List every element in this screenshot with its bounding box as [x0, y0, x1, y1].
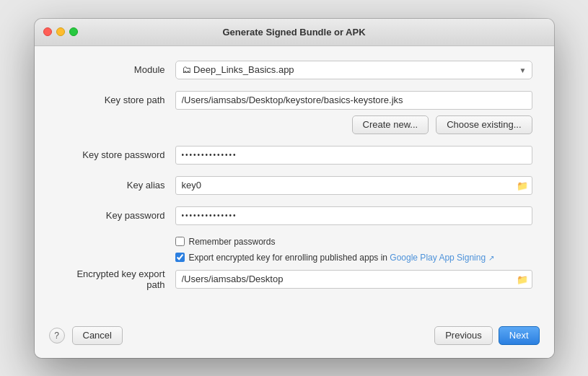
window-title: Generate Signed Bundle or APK: [222, 27, 365, 38]
encrypted-export-path-input-wrapper: 📁: [175, 270, 532, 289]
footer-right: Previous Next: [434, 326, 539, 345]
close-button[interactable]: [43, 27, 52, 36]
key-alias-row: Key alias 📁: [56, 176, 532, 195]
keystore-path-input[interactable]: [175, 91, 532, 110]
keystore-password-label: Key store password: [56, 149, 175, 160]
module-select-wrapper: 🗂 Deep_Links_Basics.app ▼: [175, 61, 532, 79]
titlebar: Generate Signed Bundle or APK: [35, 19, 554, 46]
module-select[interactable]: 🗂 Deep_Links_Basics.app: [175, 61, 532, 79]
module-label: Module: [56, 64, 175, 75]
remember-passwords-checkbox[interactable]: [175, 237, 185, 246]
help-button[interactable]: ?: [49, 328, 65, 344]
module-row: Module 🗂 Deep_Links_Basics.app ▼: [56, 61, 532, 79]
keystore-section: Key store path Create new... Choose exis…: [56, 91, 532, 134]
encrypted-export-path-label: Encrypted key export path: [56, 268, 175, 290]
encrypted-export-path-row: Encrypted key export path 📁: [56, 268, 532, 290]
key-alias-label: Key alias: [56, 180, 175, 191]
key-password-row: Key password: [56, 206, 532, 225]
keystore-password-input-wrapper: [175, 146, 532, 165]
keystore-password-row: Key store password: [56, 146, 532, 165]
google-play-link[interactable]: Google Play App Signing: [390, 253, 486, 263]
key-password-input[interactable]: [175, 206, 532, 225]
traffic-lights: [43, 27, 78, 36]
previous-button[interactable]: Previous: [434, 326, 493, 345]
keystore-buttons: Create new... Choose existing...: [56, 115, 532, 134]
next-button[interactable]: Next: [499, 326, 540, 345]
keystore-path-input-wrapper: [175, 91, 532, 110]
main-window: Generate Signed Bundle or APK Module 🗂 D…: [35, 19, 554, 358]
footer-left: ? Cancel: [49, 326, 123, 345]
keystore-path-label: Key store path: [56, 95, 175, 105]
remember-passwords-row: Remember passwords: [175, 237, 532, 247]
encrypted-export-path-input[interactable]: [175, 270, 532, 289]
cancel-button[interactable]: Cancel: [72, 326, 123, 345]
external-link-icon: ↗: [488, 254, 494, 262]
choose-existing-button[interactable]: Choose existing...: [436, 115, 532, 134]
keystore-path-row: Key store path: [56, 91, 532, 110]
key-password-input-wrapper: [175, 206, 532, 225]
export-encrypted-checkbox[interactable]: [175, 253, 185, 262]
create-new-button[interactable]: Create new...: [352, 115, 429, 134]
export-encrypted-row: Export encrypted key for enrolling publi…: [175, 253, 532, 263]
minimize-button[interactable]: [56, 27, 65, 36]
dialog-footer: ? Cancel Previous Next: [35, 316, 554, 358]
key-alias-input[interactable]: [175, 176, 532, 195]
maximize-button[interactable]: [69, 27, 78, 36]
export-encrypted-label: Export encrypted key for enrolling publi…: [189, 253, 495, 263]
dialog-content: Module 🗂 Deep_Links_Basics.app ▼ Key sto…: [35, 46, 554, 316]
key-password-label: Key password: [56, 210, 175, 221]
remember-passwords-label: Remember passwords: [189, 237, 276, 247]
key-alias-input-wrapper: 📁: [175, 176, 532, 195]
keystore-password-input[interactable]: [175, 146, 532, 165]
